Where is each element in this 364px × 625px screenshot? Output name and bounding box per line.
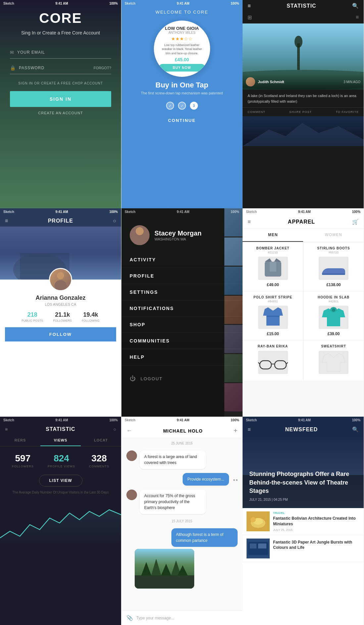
s5-user-avatar — [130, 225, 150, 245]
s9-app-name: Sketch — [246, 418, 257, 422]
s9-article-2[interactable]: Fantastic 3D Paper Art Jungle Bursts wit… — [243, 535, 364, 562]
s6-sweatshirt-name: SWEATSHIRT — [307, 344, 360, 348]
s2-continue-button[interactable]: CONTINUE — [121, 118, 243, 123]
s2-buy-button[interactable]: BUY NOW — [159, 64, 205, 72]
s7-menu-icon[interactable]: ≡ — [5, 427, 8, 432]
s1-forgot-link[interactable]: FORGOT? — [94, 66, 111, 70]
s5-menu-profile[interactable]: PROFILE — [121, 268, 243, 284]
s9-search-icon[interactable]: 🔍 — [352, 426, 359, 433]
s4-posts-stat: 218 PUBLIC POSTS — [22, 311, 43, 322]
s4-following-stat: 19.4k FOLLOWING — [82, 311, 100, 322]
s3-author-avatar — [246, 77, 255, 86]
s9-article-1[interactable]: TRAVEL Fantastic Bolivian Architecture C… — [243, 508, 364, 535]
s5-menu-communities[interactable]: COMMUNITIES — [121, 333, 243, 349]
s6-tab-women[interactable]: WOMEN — [303, 229, 364, 242]
s1-email-label: YOUR EMAIL — [17, 50, 45, 55]
s4-following-label: FOLLOWING — [82, 319, 100, 322]
s6-battery: 100% — [352, 210, 361, 214]
s3-content: A lake (in Scotland and Ireland they can… — [243, 90, 364, 107]
s2-product-desc: Low top rubberized leather sneaker in bl… — [159, 43, 205, 56]
s3-comment-btn[interactable]: COMMENT — [248, 110, 265, 114]
s9-article-1-title: Fantastic Bolivian Architecture Created … — [273, 516, 360, 527]
s4-battery: 100% — [109, 210, 118, 214]
s5-menu-activity[interactable]: ACTIVITY — [121, 252, 243, 268]
s1-signin-button[interactable]: SIGN IN — [10, 91, 111, 107]
s1-password-field[interactable]: 🔒 PASSWORD FORGOT? — [10, 62, 111, 74]
svg-rect-44 — [250, 544, 256, 548]
svg-point-13 — [133, 236, 146, 245]
s7-tab-location[interactable]: LOCAT — [81, 435, 121, 446]
s5-power-icon: ⏻ — [130, 375, 136, 382]
s5-menu-shop[interactable]: SHOP — [121, 317, 243, 333]
s4-follow-button[interactable]: FOLLOW — [5, 327, 116, 341]
s9-article-1-tag: TRAVEL — [273, 511, 360, 515]
s7-tab-followers[interactable]: RERS — [0, 435, 40, 446]
s6-item-shirt[interactable]: POLO SHIRT STRIPE #84931 £15.00 — [243, 291, 303, 340]
s9-hero-article[interactable]: Stunning Photographs Offer a Rare Behind… — [243, 435, 364, 508]
s7-views-stat: 824 PROFILE VIEWS — [48, 453, 75, 468]
s3-favorite-btn[interactable]: TO FAVORITE — [336, 110, 359, 114]
s4-menu-icon[interactable]: ≡ — [5, 218, 8, 224]
s6-item-boots[interactable]: STIRLING BOOTS #65720 £138.00 — [303, 242, 364, 291]
s7-tabs-row: RERS VIEWS LOCAT — [0, 435, 121, 446]
s5-menu-help[interactable]: HELP — [121, 349, 243, 365]
s7-tab-views[interactable]: VIEWS — [40, 435, 81, 446]
screen-apparel: Sketch 9:41 AM 100% ≡ APPAREL 🛒 MEN WOME… — [243, 208, 364, 417]
s8-back-icon[interactable]: ← — [126, 427, 132, 434]
s4-title: PROFILE — [48, 218, 73, 224]
s8-bubble-1: A forest is a large area of land covered… — [140, 450, 206, 469]
s6-shirt-price: £15.00 — [247, 332, 299, 336]
s8-attachment-icon[interactable]: 📎 — [126, 615, 133, 621]
s7-stats-row: 597 FOLLOWERS 824 PROFILE VIEWS 328 COMM… — [0, 446, 121, 471]
s9-article-1-content: TRAVEL Fantastic Bolivian Architecture C… — [273, 511, 360, 532]
s2-product-name: LOW ONE GIOIA — [159, 26, 205, 31]
s6-menu-icon[interactable]: ≡ — [248, 219, 250, 225]
s9-menu-icon[interactable]: ≡ — [248, 427, 250, 433]
s4-posts-num: 218 — [22, 311, 43, 318]
s4-followers-label: FOLLOWERS — [53, 319, 72, 322]
s6-cart-icon[interactable]: 🛒 — [352, 219, 359, 225]
s3-photo-overlay: Judith Schmidt 3 MIN AGO — [243, 74, 364, 90]
s1-email-field[interactable]: ✉ YOUR EMAIL — [10, 46, 111, 59]
s6-item-jacket[interactable]: BOMBER JACKET #21215 £49.00 — [243, 242, 303, 291]
s3-share-btn[interactable]: SHARE POST — [289, 110, 312, 114]
s4-search-icon[interactable]: ○ — [113, 218, 116, 224]
s6-app-name: Sketch — [246, 210, 257, 214]
s6-boots-code: #65720 — [307, 251, 360, 254]
s7-search-icon[interactable]: ○ — [114, 427, 116, 432]
s3-menu-icon2[interactable]: ≡ — [356, 14, 359, 21]
s6-item-hoodie[interactable]: HOODIE IN SLAB #42801 £39.00 — [303, 291, 364, 340]
svg-rect-19 — [266, 316, 280, 317]
s6-hoodie-img — [319, 306, 348, 329]
s3-title: STATISTIC — [251, 3, 352, 9]
s6-boots-name: STIRLING BOOTS — [307, 246, 360, 250]
s2-dots: ✓ ✓ 3 — [121, 102, 243, 110]
s5-profile-section: Stacey Morgan WASHINGTON WA — [121, 215, 243, 252]
s3-menu-icon[interactable]: ≡ — [248, 3, 250, 9]
s8-message-input[interactable]: Type your message... — [136, 616, 238, 620]
s5-time: 9:41 AM — [177, 210, 189, 214]
s2-header: WELCOME TO CORE — [121, 7, 243, 17]
s7-title: STATISTIC — [8, 426, 113, 432]
s5-logout-section[interactable]: ⏻ LOGOUT — [121, 369, 243, 389]
s6-tab-men[interactable]: MEN — [243, 229, 303, 242]
s5-menu-settings[interactable]: SETTINGS — [121, 284, 243, 300]
s3-grid-icon[interactable]: ⊞ — [248, 14, 252, 21]
s8-bubble-3: Account for 75% of the gross primary pro… — [140, 490, 206, 514]
s5-menu-notifications[interactable]: NOTIFICATIONS — [121, 300, 243, 317]
s9-article-2-content: Fantastic 3D Paper Art Jungle Bursts wit… — [273, 539, 360, 558]
s3-search-icon[interactable]: 🔍 — [352, 3, 359, 9]
s6-item-rayban[interactable]: RAY-BAN ERIKA — [243, 340, 303, 381]
s9-time: 9:41 AM — [298, 418, 311, 422]
s1-create-account-link[interactable]: CREATE AN ACCOUNT — [10, 111, 111, 115]
s9-hero-date: JULY 21, 2015 | 04:25 PM — [249, 498, 357, 501]
s6-item-sweatshirt[interactable]: SWEATSHIRT — [303, 340, 364, 381]
s7-nav: ≡ STATISTIC ○ — [0, 424, 121, 435]
s8-add-icon[interactable]: + — [234, 427, 238, 435]
s8-time: 9:41 AM — [177, 418, 189, 422]
email-icon: ✉ — [10, 50, 14, 55]
s5-app-name: Sketch — [125, 210, 136, 214]
screen-michael-holo-chat: Sketch 9:41 AM 100% ← MICHAEL HOLO + 25 … — [121, 417, 243, 625]
svg-rect-45 — [258, 544, 266, 548]
s7-list-view-button[interactable]: LIST VIEW — [39, 475, 82, 487]
